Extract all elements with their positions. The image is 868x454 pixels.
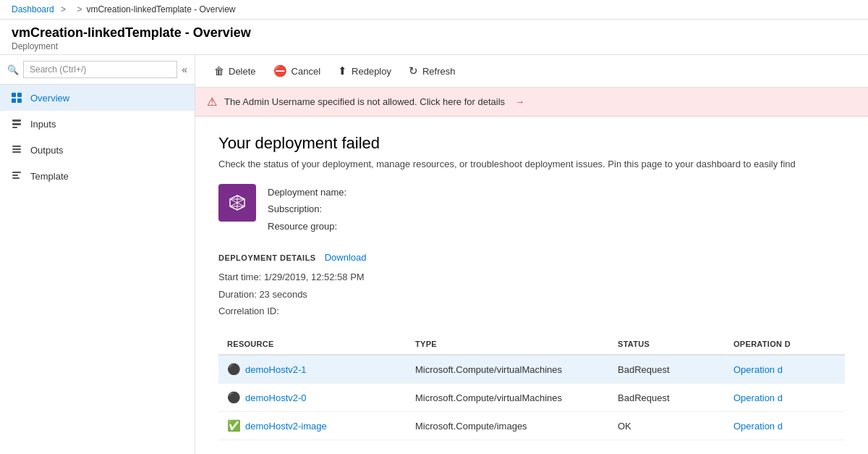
svg-rect-3 xyxy=(17,98,22,103)
status-cell: BadRequest xyxy=(609,384,725,412)
type-cell: Microsoft.Compute/virtualMachines xyxy=(407,355,609,384)
sidebar-search-container: 🔍 « xyxy=(0,55,195,85)
sidebar-item-outputs-label: Outputs xyxy=(30,145,64,156)
operation-link[interactable]: Operation d xyxy=(733,392,783,403)
content-area: 🗑 Delete ⛔ Cancel ⬆ Redeploy ↻ Refresh ⚠… xyxy=(195,55,868,454)
page-header: vmCreation-linkedTemplate - Overview Dep… xyxy=(0,20,868,55)
svg-rect-12 xyxy=(12,177,20,179)
sidebar-item-template-label: Template xyxy=(30,171,69,182)
deployment-details: DEPLOYMENT DETAILS Download Start time: … xyxy=(218,252,845,319)
sidebar-item-overview[interactable]: Overview xyxy=(0,85,195,111)
page-title: vmCreation-linkedTemplate - Overview xyxy=(12,25,856,41)
resource-link[interactable]: demoHostv2-image xyxy=(245,421,327,432)
status-cell: OK xyxy=(609,412,725,440)
error-details-link[interactable]: → xyxy=(515,96,524,107)
breadcrumb-separator2: > xyxy=(75,4,82,14)
sidebar-item-overview-label: Overview xyxy=(30,93,69,104)
deployment-name-label: Deployment name: xyxy=(268,187,346,198)
breadcrumb-current: vmCreation-linkedTemplate - Overview xyxy=(86,4,235,14)
svg-rect-9 xyxy=(12,151,21,153)
deployment-subscription-label: Subscription: xyxy=(268,203,322,214)
error-arrow-icon: → xyxy=(515,96,524,107)
duration-label: Duration: xyxy=(218,289,257,300)
duration-value: 23 seconds xyxy=(259,289,307,300)
svg-rect-7 xyxy=(12,146,21,147)
operation-cell: Operation d xyxy=(725,412,845,440)
table-row[interactable]: ✅ demoHostv2-image Microsoft.Compute/ima… xyxy=(218,412,845,440)
refresh-button[interactable]: ↻ Refresh xyxy=(401,61,463,81)
deployment-content: Your deployment failed Check the status … xyxy=(195,117,868,454)
svg-rect-6 xyxy=(12,127,17,128)
table-row[interactable]: ⚫ demoHostv2-0 Microsoft.Compute/virtual… xyxy=(218,384,845,412)
start-time-label: Start time: xyxy=(218,272,261,282)
sidebar-item-outputs[interactable]: Outputs xyxy=(0,137,195,163)
resources-table: RESOURCE TYPE STATUS OPERATION D ⚫ demoH… xyxy=(218,334,845,440)
sidebar-item-inputs-label: Inputs xyxy=(30,119,56,130)
redeploy-button[interactable]: ⬆ Redeploy xyxy=(331,61,399,81)
svg-rect-2 xyxy=(12,98,16,103)
start-time-value: 1/29/2019, 12:52:58 PM xyxy=(264,272,365,282)
svg-rect-0 xyxy=(12,93,16,97)
deployment-info: Deployment name: Subscription: Resource … xyxy=(218,184,845,235)
refresh-icon: ↻ xyxy=(409,64,418,77)
deployment-resource-group-label: Resource group: xyxy=(268,221,337,232)
operation-cell: Operation d xyxy=(725,384,845,412)
details-header: DEPLOYMENT DETAILS Download xyxy=(218,252,845,263)
svg-rect-10 xyxy=(12,172,21,173)
resource-link[interactable]: demoHostv2-1 xyxy=(245,364,307,375)
breadcrumb-separator: > xyxy=(59,4,66,14)
template-icon xyxy=(10,169,23,182)
error-circle-icon: ⚠ xyxy=(207,95,217,109)
col-header-type: TYPE xyxy=(407,334,609,355)
deployment-logo xyxy=(218,184,256,222)
breadcrumb-home[interactable]: Dashboard xyxy=(12,4,54,14)
error-message: The Admin Username specified is not allo… xyxy=(224,96,505,107)
deployment-details-meta: Start time: 1/29/2019, 12:52:58 PM Durat… xyxy=(218,269,845,319)
col-header-operation: OPERATION D xyxy=(725,334,845,355)
search-icon: 🔍 xyxy=(7,64,19,75)
col-header-resource: RESOURCE xyxy=(218,334,407,355)
type-cell: Microsoft.Compute/images xyxy=(407,412,609,440)
outputs-icon xyxy=(10,143,23,156)
resource-cell: ⚫ demoHostv2-1 xyxy=(218,355,407,384)
sidebar-nav: Overview Inputs Outputs Te xyxy=(0,85,195,454)
error-banner: ⚠ The Admin Username specified is not al… xyxy=(195,88,868,117)
resource-link[interactable]: demoHostv2-0 xyxy=(245,392,307,403)
success-status-icon: ✅ xyxy=(227,419,241,432)
svg-rect-11 xyxy=(12,175,18,176)
delete-icon: 🗑 xyxy=(214,65,224,77)
svg-rect-1 xyxy=(17,93,22,97)
inputs-icon xyxy=(10,117,23,130)
svg-rect-8 xyxy=(12,148,21,150)
error-status-icon: ⚫ xyxy=(227,391,241,404)
col-header-status: STATUS xyxy=(609,334,725,355)
operation-cell: Operation d xyxy=(725,355,845,384)
table-row[interactable]: ⚫ demoHostv2-1 Microsoft.Compute/virtual… xyxy=(218,355,845,384)
download-link[interactable]: Download xyxy=(325,252,367,263)
delete-button[interactable]: 🗑 Delete xyxy=(207,62,263,80)
cancel-button[interactable]: ⛔ Cancel xyxy=(266,61,328,81)
correlation-label: Correlation ID: xyxy=(218,306,279,316)
sidebar-item-template[interactable]: Template xyxy=(0,163,195,189)
operation-link[interactable]: Operation d xyxy=(733,364,783,375)
toolbar: 🗑 Delete ⛔ Cancel ⬆ Redeploy ↻ Refresh xyxy=(195,55,868,88)
deployment-description: Check the status of your deployment, man… xyxy=(218,159,845,169)
sidebar: 🔍 « Overview Inputs xyxy=(0,55,195,454)
main-layout: 🔍 « Overview Inputs xyxy=(0,55,868,454)
status-cell: BadRequest xyxy=(609,355,725,384)
redeploy-icon: ⬆ xyxy=(338,64,347,77)
search-input[interactable] xyxy=(23,61,177,78)
cancel-icon: ⛔ xyxy=(273,64,287,77)
resource-cell: ⚫ demoHostv2-0 xyxy=(218,384,407,412)
breadcrumb: Dashboard > > vmCreation-linkedTemplate … xyxy=(0,0,868,20)
page-subtitle: Deployment xyxy=(12,41,856,51)
sidebar-item-inputs[interactable]: Inputs xyxy=(0,111,195,137)
overview-icon xyxy=(10,91,23,104)
svg-rect-5 xyxy=(12,123,21,125)
resource-cell: ✅ demoHostv2-image xyxy=(218,412,407,440)
type-cell: Microsoft.Compute/virtualMachines xyxy=(407,384,609,412)
sidebar-collapse-button[interactable]: « xyxy=(182,64,187,75)
svg-rect-4 xyxy=(12,119,21,122)
details-section-title: DEPLOYMENT DETAILS xyxy=(218,253,316,262)
operation-link[interactable]: Operation d xyxy=(733,421,783,432)
